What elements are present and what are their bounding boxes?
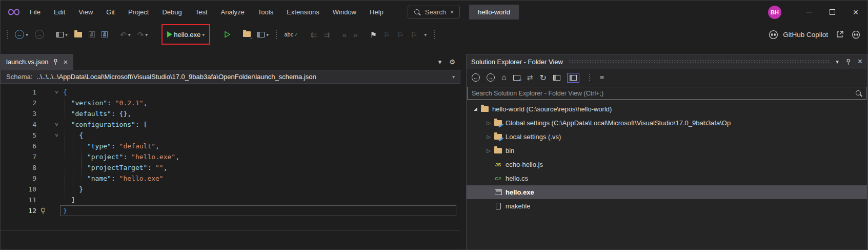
code-line-11[interactable]: 11 ]: [1, 195, 460, 205]
user-avatar[interactable]: BH: [768, 6, 781, 19]
increase-indent-button[interactable]: »: [351, 27, 360, 42]
active-project-badge[interactable]: hello-world: [469, 5, 519, 20]
window-position-icon[interactable]: ▾: [836, 59, 839, 65]
code-line-6[interactable]: 6 "type": "default",: [1, 141, 460, 151]
explorer-back-button[interactable]: ←: [472, 73, 480, 82]
titlebar-search[interactable]: Search ▾: [408, 6, 460, 18]
code-line-12[interactable]: 12}: [1, 205, 460, 216]
pin-icon[interactable]: [845, 59, 851, 65]
menu-item-file[interactable]: File: [23, 5, 47, 19]
save-button[interactable]: [86, 27, 97, 42]
share-icon[interactable]: [836, 30, 844, 39]
decrease-indent-button[interactable]: «: [340, 27, 349, 42]
close-tab-icon[interactable]: ×: [63, 57, 68, 66]
undo-button[interactable]: ↶ ▾: [117, 27, 133, 42]
menu-item-view[interactable]: View: [72, 5, 99, 19]
close-button[interactable]: ×: [844, 1, 867, 24]
toolbar-grip[interactable]: [275, 29, 277, 40]
editor-options-gear-icon[interactable]: ⚙: [449, 58, 455, 66]
github-copilot-control[interactable]: GitHub Copilot: [769, 30, 860, 40]
tree-item-hello-exe[interactable]: hello.exe: [467, 185, 867, 199]
code-line-10[interactable]: 10 }: [1, 184, 460, 195]
fold-marker-icon[interactable]: >: [50, 119, 63, 130]
start-without-debugging-button[interactable]: [221, 27, 233, 42]
code-line-4[interactable]: 4> "configurations": [: [1, 119, 460, 130]
save-all-button[interactable]: [99, 27, 110, 42]
browse-folder-button[interactable]: →: [240, 27, 253, 42]
code-editor[interactable]: 1>{2 "version": "0.2.1",3 "defaults": {}…: [1, 84, 460, 231]
switch-views-button[interactable]: »: [513, 75, 520, 81]
sync-with-active-document-button[interactable]: ⇄: [527, 73, 533, 82]
navigate-next-button[interactable]: ⇉: [321, 27, 333, 42]
code-line-3[interactable]: 3 "defaults": {},: [1, 108, 460, 119]
tree-item-hello-world-root[interactable]: hello-world (C:\source\repos\hello-world…: [467, 102, 867, 116]
menu-item-window[interactable]: Window: [326, 5, 363, 19]
collapsed-arrow-icon[interactable]: ▷: [484, 134, 493, 140]
menu-item-edit[interactable]: Edit: [47, 5, 72, 19]
refresh-button[interactable]: ↻: [539, 73, 546, 83]
next-bookmark-button[interactable]: ⚐: [394, 27, 406, 42]
toolbar-overflow-button[interactable]: ▾: [421, 27, 429, 42]
toolbar-grip[interactable]: [589, 73, 591, 82]
solution-explorer-header[interactable]: Solution Explorer - Folder View ▾ ×: [467, 54, 867, 69]
tree-item-bin[interactable]: ▷bin: [467, 144, 867, 158]
code-line-7[interactable]: 7 "project": "hello.exe",: [1, 151, 460, 162]
navigate-forward-button[interactable]: →: [32, 27, 47, 42]
navigate-backward-button[interactable]: ← ▾: [12, 27, 31, 42]
maximize-button[interactable]: [820, 1, 844, 24]
code-line-8[interactable]: 8 "projectTarget": "",: [1, 162, 460, 173]
menu-item-tools[interactable]: Tools: [251, 5, 280, 19]
collapsed-arrow-icon[interactable]: ▷: [484, 120, 493, 126]
folder-view-toggle-button[interactable]: [567, 73, 579, 83]
code-line-5[interactable]: 5> {: [1, 130, 460, 141]
fold-marker-icon[interactable]: >: [50, 130, 63, 141]
code-line-1[interactable]: 1>{: [1, 87, 460, 98]
document-tab-row: launch.vs.json × ▾ ⚙: [1, 54, 460, 70]
toolbar-grip[interactable]: [433, 29, 435, 40]
tree-item-hello-cs[interactable]: C#hello.cs: [467, 171, 867, 185]
navigate-previous-button[interactable]: ⇇: [308, 27, 320, 42]
schema-bar[interactable]: Schema: ..\..\..\..\AppData\Local\Micros…: [1, 70, 460, 84]
show-all-files-button[interactable]: [553, 75, 560, 81]
menu-item-test[interactable]: Test: [189, 5, 214, 19]
menu-item-project[interactable]: Project: [122, 5, 155, 19]
menu-item-help[interactable]: Help: [363, 5, 390, 19]
menu-item-debug[interactable]: Debug: [155, 5, 188, 19]
close-panel-icon[interactable]: ×: [858, 57, 862, 66]
previous-bookmark-button[interactable]: ⚐: [381, 27, 393, 42]
fold-marker-icon[interactable]: >: [50, 87, 63, 98]
settings-folder-icon: [493, 134, 503, 140]
collapsed-arrow-icon[interactable]: ▷: [484, 148, 493, 153]
lightbulb-icon[interactable]: [36, 205, 50, 216]
tree-item-makefile[interactable]: makefile: [467, 199, 867, 213]
panel-drag-grip[interactable]: [569, 60, 830, 64]
code-line-2[interactable]: 2 "version": "0.2.1",: [1, 98, 460, 108]
tree-item-global-settings[interactable]: ▷Global settings (C:\AppData\Local\Micro…: [467, 116, 867, 130]
start-debug-run-button[interactable]: hello.exe ▾: [167, 27, 205, 42]
menu-item-analyze[interactable]: Analyze: [214, 5, 251, 19]
open-folder-button[interactable]: [72, 27, 85, 42]
filter-options-button[interactable]: ≡: [600, 73, 604, 82]
expanded-arrow-icon[interactable]: [471, 107, 480, 111]
document-switch-button[interactable]: ▾: [54, 27, 70, 42]
document-list-dropdown-icon[interactable]: ▾: [438, 58, 442, 66]
redo-button[interactable]: ↷ ▾: [135, 27, 151, 42]
solution-explorer-search[interactable]: Search Solution Explorer - Folder View (…: [467, 87, 866, 100]
tree-item-local-settings[interactable]: ▷Local settings (.vs): [467, 130, 867, 144]
explorer-forward-button[interactable]: →: [487, 73, 495, 82]
toggle-bookmark-button[interactable]: ⚑: [367, 27, 379, 42]
code-line-9[interactable]: 9 "name": "hello.exe": [1, 173, 460, 184]
clear-bookmarks-button[interactable]: ⚐: [408, 27, 420, 42]
minimize-button[interactable]: [797, 1, 820, 24]
spell-check-button[interactable]: abc ✓: [281, 27, 300, 42]
tab-launch-vs-json[interactable]: launch.vs.json ×: [1, 54, 73, 70]
copilot-status-icon[interactable]: [852, 30, 860, 39]
tree-item-echo-hello-js[interactable]: JSecho-hello.js: [467, 158, 867, 171]
preview-window-button[interactable]: ▾: [255, 27, 271, 42]
chevron-down-icon[interactable]: ▾: [452, 74, 455, 80]
menu-item-git[interactable]: Git: [99, 5, 122, 19]
toolbar-grip[interactable]: [6, 29, 8, 40]
menu-item-extensions[interactable]: Extensions: [280, 5, 326, 19]
home-button[interactable]: ⌂: [501, 73, 507, 82]
pin-icon[interactable]: [53, 59, 58, 65]
